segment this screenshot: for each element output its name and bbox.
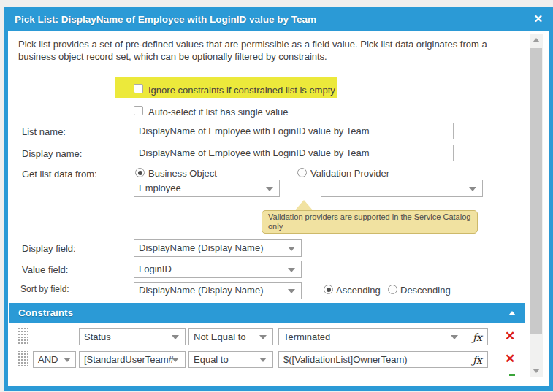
close-icon[interactable]: ✕ bbox=[533, 12, 543, 26]
validation-provider-radio[interactable] bbox=[297, 168, 307, 177]
constraint-operator-dropdown[interactable]: Equal to bbox=[188, 351, 273, 368]
validation-provider-radio-label: Validation Provider bbox=[310, 168, 389, 179]
constraint-field-dropdown[interactable]: Status bbox=[79, 328, 186, 345]
expression-fx-button[interactable]: ƒx bbox=[473, 330, 482, 345]
tooltip-line-2: only bbox=[268, 222, 471, 231]
chevron-down-icon bbox=[288, 247, 295, 251]
drag-handle-icon[interactable] bbox=[17, 351, 28, 368]
sort-by-field-dropdown[interactable]: DisplayName (Display Name) bbox=[134, 282, 302, 299]
scrollbar-thumb[interactable] bbox=[530, 48, 542, 334]
sort-by-field-label: Sort by field: bbox=[20, 284, 69, 294]
descending-radio[interactable] bbox=[388, 285, 397, 294]
value-field-label: Value field: bbox=[22, 264, 68, 275]
tooltip-arrow bbox=[294, 200, 313, 211]
ignore-constraints-checkbox[interactable] bbox=[134, 84, 143, 93]
get-list-data-from-label: Get list data from: bbox=[22, 169, 97, 180]
value-field-dropdown[interactable]: LoginID bbox=[134, 261, 302, 278]
constraint-operator-value: Not Equal to bbox=[194, 331, 246, 342]
constraints-section-header[interactable]: Constraints bbox=[9, 303, 525, 323]
triangle-up-icon bbox=[533, 38, 540, 42]
display-field-dropdown[interactable]: DisplayName (Display Name) bbox=[134, 239, 302, 257]
constraint-operator-dropdown[interactable]: Not Equal to bbox=[188, 328, 273, 345]
constraint-boolean-dropdown[interactable]: AND bbox=[33, 351, 76, 368]
display-field-dropdown-value: DisplayName (Display Name) bbox=[139, 242, 264, 253]
constraint-value: Terminated bbox=[283, 331, 330, 342]
value-field-dropdown-value: LoginID bbox=[139, 264, 172, 274]
list-name-input[interactable]: DisplayName of Employee with LoginID val… bbox=[134, 123, 454, 139]
chevron-down-icon bbox=[172, 358, 179, 362]
validation-provider-dropdown[interactable] bbox=[321, 180, 483, 197]
delete-constraint-icon[interactable]: ✕ bbox=[503, 329, 517, 344]
chevron-down-icon bbox=[288, 268, 295, 272]
chevron-down-icon bbox=[259, 358, 267, 362]
ascending-radio-label: Ascending bbox=[336, 285, 381, 296]
auto-select-checkbox[interactable] bbox=[134, 106, 143, 115]
business-object-dropdown-value: Employee bbox=[139, 182, 181, 193]
constraint-boolean-value: AND bbox=[38, 354, 58, 365]
chevron-down-icon bbox=[266, 187, 273, 191]
constraint-value-dropdown[interactable]: Terminated ƒx bbox=[278, 328, 488, 345]
constraint-value-field[interactable]: $([ValidationList]OwnerTeam) ƒx bbox=[278, 351, 488, 368]
constraint-value: $([ValidationList]OwnerTeam) bbox=[283, 354, 408, 365]
pick-list-dialog: Pick List: DisplayName of Employee with … bbox=[4, 7, 553, 391]
ignore-constraints-label: Ignore constraints if constrained list i… bbox=[148, 85, 335, 96]
list-name-label: List name: bbox=[22, 126, 66, 137]
display-name-label: Display name: bbox=[22, 148, 82, 159]
chevron-down-icon bbox=[172, 335, 179, 339]
display-field-label: Display field: bbox=[22, 243, 76, 254]
chevron-down-icon bbox=[288, 289, 295, 293]
expression-fx-button[interactable]: ƒx bbox=[473, 353, 482, 368]
descending-radio-label: Descending bbox=[400, 285, 451, 296]
description-line-1: Pick list provides a set of pre-defined … bbox=[18, 38, 519, 50]
vertical-scrollbar[interactable] bbox=[530, 34, 543, 377]
scrollbar-up-button[interactable] bbox=[530, 34, 543, 46]
business-object-dropdown[interactable]: Employee bbox=[134, 180, 280, 197]
description-text: Pick list provides a set of pre-defined … bbox=[18, 38, 519, 63]
chevron-down-icon bbox=[259, 335, 267, 339]
constraint-field-value: [StandardUserTeam# bbox=[84, 354, 174, 365]
delete-constraint-icon[interactable]: ✕ bbox=[503, 352, 517, 366]
scrollbar-down-button[interactable] bbox=[530, 364, 543, 377]
business-object-radio-label: Business Object bbox=[148, 168, 217, 179]
display-name-input[interactable]: DisplayName of Employee with LoginID val… bbox=[134, 145, 454, 161]
annotation-green-dash bbox=[509, 374, 515, 376]
constraint-field-dropdown[interactable]: [StandardUserTeam# bbox=[79, 351, 186, 368]
constraint-operator-value: Equal to bbox=[194, 354, 229, 365]
business-object-radio[interactable] bbox=[135, 168, 145, 177]
validation-provider-tooltip: Validation providers are supported in th… bbox=[262, 210, 478, 234]
dialog-body: Pick list provides a set of pre-defined … bbox=[8, 31, 549, 386]
chevron-down-icon bbox=[64, 358, 71, 362]
auto-select-label: Auto-select if list has single value bbox=[148, 107, 288, 118]
drag-handle-icon[interactable] bbox=[17, 328, 28, 345]
constraint-field-value: Status bbox=[84, 331, 111, 342]
dialog-title: Pick List: DisplayName of Employee with … bbox=[4, 14, 316, 25]
triangle-down-icon bbox=[533, 369, 540, 373]
chevron-down-icon bbox=[451, 335, 458, 339]
constraints-header-title: Constraints bbox=[9, 303, 525, 323]
sort-by-field-dropdown-value: DisplayName (Display Name) bbox=[139, 285, 264, 296]
collapse-up-icon[interactable] bbox=[508, 311, 516, 315]
ascending-radio[interactable] bbox=[324, 285, 333, 294]
chevron-down-icon bbox=[469, 187, 476, 191]
tooltip-line-1: Validation providers are supported in th… bbox=[268, 212, 471, 222]
description-line-2: business object record set, which can be… bbox=[18, 50, 519, 63]
dialog-titlebar: Pick List: DisplayName of Employee with … bbox=[4, 7, 553, 31]
